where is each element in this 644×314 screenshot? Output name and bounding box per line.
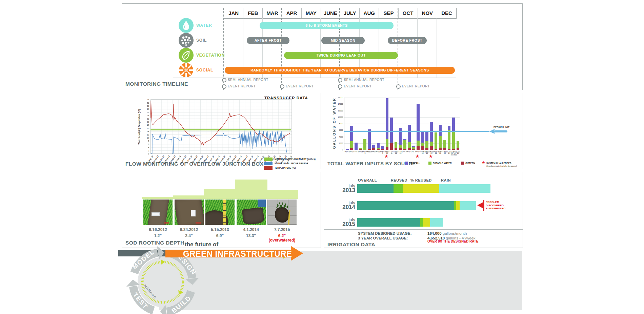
month-header-aug: AUG (360, 8, 379, 18)
monitoring-timeline-panel: MONITORING TIMELINE JANFEBMARAPRMAYJUNEJ… (122, 3, 523, 90)
stacked-bar-segment (350, 148, 353, 150)
stacked-bar-segment (457, 141, 460, 148)
stacked-bar-segment (417, 146, 420, 150)
soil-clump (275, 207, 289, 223)
irrigation-row-label: july2014 (325, 201, 355, 209)
usage-value: 4,652,510 gallons - 4"/week (427, 236, 476, 240)
inputs-gridline (344, 143, 460, 144)
inputs-legend-note: (found overwatering to be the cause) (486, 165, 517, 167)
y-tick-label: 30 (142, 105, 149, 107)
problem-arrow-bar (483, 200, 484, 211)
timestamp-mark (164, 222, 169, 224)
stacked-bar-segment (439, 136, 442, 149)
event-report-label: EVENT REPORT (402, 84, 430, 88)
stacked-bar-segment (368, 129, 371, 149)
y-tick-label: 28 (142, 108, 149, 110)
row-gridline (173, 63, 456, 63)
stacked-bar-segment (403, 149, 406, 150)
irrigation-bar-segment (430, 218, 443, 227)
usage-value-number: 164,000 (427, 231, 442, 235)
legend-swatch-1 (264, 158, 273, 161)
sod-depth-value: 6.9" (204, 233, 236, 238)
stacked-bar-segment (425, 141, 428, 148)
stacked-bar-segment (377, 143, 380, 148)
soil-icon (179, 33, 194, 48)
quarter-dashed-line (398, 8, 398, 90)
irrigation-bar-segment (394, 184, 403, 193)
droplet-icon (179, 18, 194, 33)
row-gridline (173, 48, 456, 48)
design-limit-arrowhead-icon (489, 129, 495, 134)
inputs-y-axis-title: GALLONS OF WATER (333, 95, 336, 152)
event-report-label: EVENT REPORT (286, 84, 314, 88)
sod-photo-6.16.2012 (143, 200, 173, 225)
irrigation-bar-segment (420, 218, 423, 227)
month-header-apr: APR (282, 8, 302, 18)
stacked-bar-segment (372, 145, 375, 148)
stacked-bar-segment (403, 140, 406, 149)
stacked-bar-segment (417, 141, 420, 146)
sod-depth-value: 2.4" (173, 233, 205, 238)
irrigation-row-year: 2013 (325, 188, 355, 192)
usage-label: SYSTEM DESIGNED USAGE: (358, 231, 411, 235)
future-arrow-label: GREEN INFRASTRUCTURE (183, 249, 280, 259)
stacked-bar-segment (408, 142, 411, 148)
inputs-gridline (344, 98, 460, 98)
event-report-marker (222, 84, 226, 89)
ruler-icon (223, 200, 226, 225)
stacked-bar-segment (399, 148, 402, 150)
future-of-label: the future of (185, 241, 218, 248)
timeline-bar-after-frost: AFTER FROST (247, 37, 289, 44)
stacked-bar-segment (386, 98, 389, 139)
problem-note-line: PROBLEM (486, 201, 499, 204)
sod-date-label: 6.24.2012 (173, 227, 205, 232)
stacked-bar-segment (425, 148, 428, 150)
stacked-bar-segment (457, 148, 460, 150)
usage-value-number: 4,652,510 (427, 236, 445, 240)
semi-annual-report-label: SEMI-ANNUAL REPORT (344, 78, 384, 82)
inputs-legend-label: SYSTEM CHALLENGED (486, 162, 511, 164)
stacked-bar-segment (452, 131, 455, 149)
quarter-dashed-line (281, 8, 282, 90)
timeline-bar-randomly-throughout-the-year-t: RANDOMLY THROUGHOUT THE YEAR TO OBSERVE … (225, 67, 455, 74)
irrigation-bar-segment (423, 218, 430, 227)
sod-rooting-depth-panel: SOD ROOTING DEPTH 6.16.20121.2"6.24.2012… (122, 172, 321, 248)
y-tick-label: 32 (142, 102, 149, 104)
stacked-bar-segment (381, 146, 384, 149)
sod-depth-bar (204, 189, 236, 199)
inputs-legend-label: POTABLE WATER (433, 162, 451, 164)
sod-depth-bar (266, 190, 298, 199)
stacked-bar-segment (421, 146, 424, 150)
system-challenged-star-icon: ★ (428, 153, 433, 159)
irrigation-column-header: REUSED (391, 178, 407, 182)
irrigation-bar-segment (439, 184, 490, 193)
timeline-title: MONITORING TIMELINE (125, 81, 188, 87)
month-header-row: JANFEBMARAPRMAYJUNEJULYAUGSEPOCTNOVDEC (224, 8, 457, 19)
stacked-bar-segment (448, 126, 451, 130)
sod-depth-note: (overwatered) (264, 238, 300, 243)
water-inputs-panel: TOTAL WATER INPUTS BY SOURCE 02000400060… (324, 93, 523, 169)
design-limit-arrow-tail (495, 130, 507, 132)
y-tick-label: 8 (142, 140, 149, 142)
y-tick-label: 26 (142, 111, 149, 113)
sod-date-label: 4.1.2014 (235, 227, 267, 232)
grass-tuft (276, 202, 288, 208)
irrigation-bar-segment (357, 184, 394, 193)
stacked-bar-segment (439, 148, 442, 150)
y-tick-label: 22 (142, 118, 149, 120)
irrigation-bar-segment (460, 201, 476, 210)
event-report-label: EVENT REPORT (228, 84, 256, 88)
stacked-bar-segment (448, 130, 451, 149)
inputs-gridline (344, 130, 460, 130)
sod-photo-7.7.2015 (267, 200, 297, 225)
future-arrow-head-icon (291, 246, 303, 261)
stacked-bar-segment (359, 149, 362, 150)
timeline-bar-twice-during-leaf-out: TWICE DURING LEAF OUT (284, 52, 398, 59)
inputs-legend-label: CISTERN (465, 162, 475, 164)
sod-depth-bar (142, 197, 174, 199)
stacked-bar-segment (452, 118, 455, 131)
inputs-legend-swatch (461, 162, 464, 165)
row-gridline (173, 18, 456, 18)
timeline-bar-6-to-8-storm-events: 6 to 8 STORM EVENTS (260, 22, 394, 29)
sod-photo-6.24.2012 (175, 200, 204, 225)
